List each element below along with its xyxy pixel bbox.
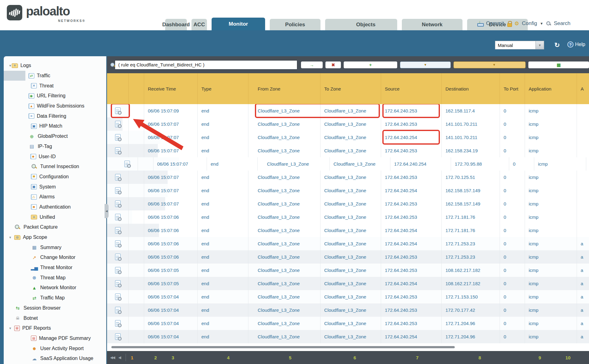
- to-port-cell[interactable]: 0: [509, 157, 534, 171]
- to-port-cell[interactable]: 0: [500, 117, 525, 131]
- source-cell[interactable]: 172.64.240.254: [381, 131, 442, 144]
- destination-cell[interactable]: 172.70.125.51: [442, 171, 500, 184]
- source-cell[interactable]: 172.64.240.253: [381, 144, 442, 157]
- to-zone-cell[interactable]: Cloudflare_L3_Zone: [320, 237, 381, 250]
- application-cell[interactable]: icmp: [525, 104, 577, 117]
- action-cell[interactable]: a: [577, 250, 589, 264]
- type-cell[interactable]: end: [198, 250, 248, 264]
- from-zone-cell[interactable]: Cloudflare_L3_Zone: [248, 117, 320, 131]
- sidebar-item[interactable]: ▼ Manage PDF Summary: [4, 333, 106, 344]
- to-zone-cell[interactable]: Cloudflare_L3_Zone: [330, 157, 390, 171]
- to-zone-cell[interactable]: Cloudflare_L3_Zone: [320, 171, 381, 184]
- action-cell[interactable]: a: [577, 277, 589, 290]
- log-detail-icon[interactable]: [115, 121, 121, 127]
- to-port-cell[interactable]: 0: [500, 277, 525, 290]
- action-cell[interactable]: a: [577, 104, 581, 117]
- to-port-cell[interactable]: 0: [500, 131, 525, 144]
- application-cell[interactable]: icmp: [525, 210, 577, 224]
- destination-cell[interactable]: 172.70.95.88: [451, 157, 509, 171]
- to-port-cell[interactable]: 0: [500, 184, 525, 197]
- source-cell[interactable]: 172.64.240.253: [381, 171, 442, 184]
- prev-page-icon[interactable]: ◀: [118, 355, 120, 360]
- expand-triangle-icon[interactable]: ▼: [9, 236, 14, 239]
- receive-time-cell[interactable]: 06/06 15:07:07: [144, 197, 198, 210]
- source-cell[interactable]: 172.64.240.254: [381, 237, 442, 250]
- source-cell[interactable]: 172.64.240.254: [390, 157, 451, 171]
- type-cell[interactable]: end: [198, 330, 248, 343]
- log-detail-icon[interactable]: [115, 240, 121, 247]
- sidebar-item[interactable]: ▼ Summary: [4, 242, 106, 252]
- from-zone-cell[interactable]: Cloudflare_L3_Zone: [258, 157, 330, 171]
- action-cell[interactable]: a: [577, 144, 581, 157]
- source-cell[interactable]: 172.64.240.253: [381, 317, 442, 330]
- destination-cell[interactable]: 172.71.253.23: [442, 250, 500, 264]
- log-detail-icon[interactable]: [115, 174, 121, 180]
- destination-cell[interactable]: 108.162.217.182: [442, 264, 500, 277]
- destination-cell[interactable]: 162.158.157.149: [442, 184, 500, 197]
- help-label[interactable]: Help: [575, 42, 585, 47]
- sidebar-item[interactable]: ▼ SaaS Application Usage: [4, 353, 106, 364]
- to-port-cell[interactable]: 0: [500, 171, 525, 184]
- application-cell[interactable]: icmp: [525, 117, 577, 131]
- lock-icon[interactable]: [507, 21, 512, 26]
- application-cell[interactable]: icmp: [525, 330, 577, 343]
- destination-cell[interactable]: 172.71.181.76: [442, 210, 500, 224]
- receive-time-cell[interactable]: 06/06 15:07:05: [144, 264, 198, 277]
- sidebar-item[interactable]: ▼ Packet Capture: [4, 222, 106, 232]
- config-caret-icon[interactable]: ▼: [540, 22, 543, 25]
- to-port-cell[interactable]: 0: [500, 237, 525, 250]
- source-cell[interactable]: 172.64.240.254: [381, 330, 442, 343]
- column-header[interactable]: [107, 73, 129, 104]
- source-cell[interactable]: 172.64.240.253: [381, 210, 442, 224]
- application-cell[interactable]: icmp: [525, 264, 577, 277]
- application-cell[interactable]: icmp: [525, 131, 577, 144]
- destination-cell[interactable]: 172.71.204.96: [442, 330, 500, 343]
- receive-time-cell[interactable]: 06/06 15:07:06: [144, 237, 198, 250]
- nav-tab[interactable]: Network: [402, 19, 462, 30]
- action-cell[interactable]: a: [577, 184, 581, 197]
- destination-cell[interactable]: 172.71.153.150: [442, 290, 500, 303]
- sidebar-item[interactable]: ▼ Configuration: [4, 172, 106, 182]
- to-zone-cell[interactable]: Cloudflare_L3_Zone: [320, 277, 381, 290]
- application-cell[interactable]: icmp: [525, 224, 577, 237]
- destination-cell[interactable]: 162.158.157.149: [442, 197, 500, 210]
- to-zone-cell[interactable]: Cloudflare_L3_Zone: [320, 131, 381, 144]
- horizontal-scrollbar-thumb[interactable]: [111, 346, 455, 348]
- page-number[interactable]: 3: [172, 355, 225, 360]
- nav-tab[interactable]: Monitor: [212, 18, 265, 30]
- type-cell[interactable]: end: [198, 277, 248, 290]
- to-port-cell[interactable]: 0: [500, 303, 525, 317]
- column-header[interactable]: To Zone: [320, 73, 381, 104]
- to-zone-cell[interactable]: Cloudflare_L3_Zone: [320, 250, 381, 264]
- to-port-cell[interactable]: 0: [500, 317, 525, 330]
- to-zone-cell[interactable]: Cloudflare_L3_Zone: [320, 210, 381, 224]
- source-cell[interactable]: 172.64.240.253: [381, 197, 442, 210]
- destination-cell[interactable]: 162.158.234.19: [442, 144, 500, 157]
- to-zone-cell[interactable]: Cloudflare_L3_Zone: [320, 197, 381, 210]
- from-zone-cell[interactable]: Cloudflare_L3_Zone: [248, 131, 320, 144]
- to-zone-cell[interactable]: Cloudflare_L3_Zone: [320, 290, 381, 303]
- nav-tab[interactable]: Objects: [325, 19, 397, 30]
- receive-time-cell[interactable]: 06/06 15:07:06: [144, 210, 198, 224]
- receive-time-cell[interactable]: 06/06 15:07:07: [144, 117, 198, 131]
- receive-time-cell[interactable]: 06/06 15:07:04: [144, 317, 198, 330]
- log-detail-icon[interactable]: [124, 161, 130, 167]
- receive-time-cell[interactable]: 06/06 15:07:07: [144, 184, 198, 197]
- commit-icon[interactable]: [477, 21, 483, 27]
- search-icon[interactable]: [546, 21, 551, 26]
- action-cell[interactable]: a: [577, 197, 581, 210]
- action-cell[interactable]: a: [577, 264, 589, 277]
- expand-triangle-icon[interactable]: ▼: [9, 327, 14, 330]
- destination-cell[interactable]: 162.158.117.4: [442, 104, 500, 117]
- sidebar-item[interactable]: ▼ Traffic: [4, 71, 25, 81]
- action-cell[interactable]: a: [577, 224, 581, 237]
- type-cell[interactable]: end: [198, 237, 248, 250]
- config-gear-icon[interactable]: ⚙: [514, 21, 519, 26]
- to-zone-cell[interactable]: Cloudflare_L3_Zone: [320, 330, 381, 343]
- application-cell[interactable]: icmp: [534, 157, 586, 171]
- log-detail-icon[interactable]: [115, 294, 121, 300]
- from-zone-cell[interactable]: Cloudflare_L3_Zone: [248, 317, 320, 330]
- to-zone-cell[interactable]: Cloudflare_L3_Zone: [320, 104, 381, 117]
- column-header[interactable]: A: [577, 73, 589, 104]
- sidebar-item[interactable]: ▼ HIP Match: [4, 121, 64, 131]
